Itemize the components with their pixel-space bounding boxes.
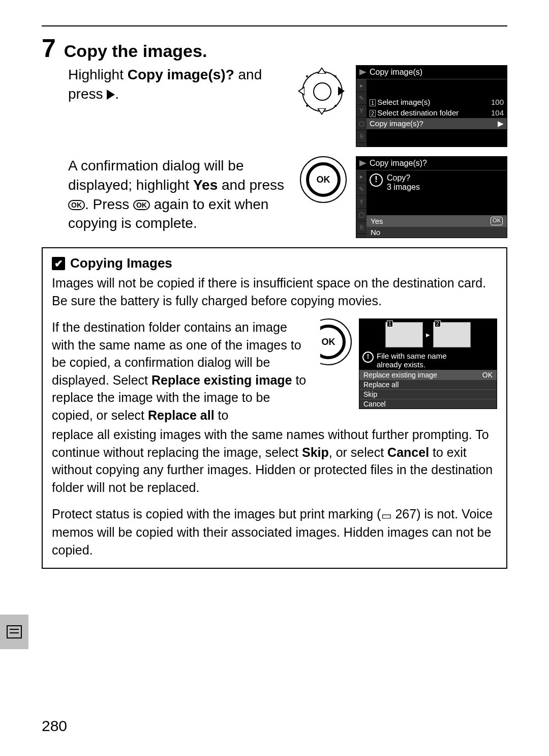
step-row-2: A confirmation dialog will be displayed;…	[68, 156, 507, 238]
manual-page: 7 Copy the images. Highlight Copy image(…	[0, 0, 549, 756]
t: and press	[218, 177, 284, 193]
lcd-option: Cancel	[359, 399, 497, 409]
ok-label: OK	[300, 175, 347, 185]
option-label: Yes	[371, 217, 383, 225]
lcd-option-yes: Yes OK	[367, 215, 507, 226]
note-p2-left: If the destination folder contains an im…	[52, 318, 313, 424]
ok-button-icon: OK	[300, 156, 347, 203]
step-text-2: A confirmation dialog will be displayed;…	[68, 156, 291, 233]
note-row-replace: If the destination folder contains an im…	[52, 318, 497, 424]
lcd-option: Skip	[359, 389, 497, 399]
row-label: Select destination folder	[377, 108, 459, 117]
t: . Press	[85, 196, 133, 212]
ok-glyph-icon: OK	[133, 200, 150, 210]
ok-tag: OK	[482, 371, 493, 379]
lcd-option-no: No	[367, 226, 507, 238]
note-p3: Protect status is copied with the images…	[52, 505, 497, 559]
t: .	[115, 86, 119, 102]
lcd-title: Copy image(s)?	[356, 157, 507, 170]
slot-badge: 1	[370, 99, 376, 106]
multi-selector-icon	[296, 65, 347, 117]
lcd-side-icons: ▸✎Y▢⎘	[356, 79, 367, 147]
t: Protect status is copied with the images…	[52, 507, 381, 521]
t: Highlight	[68, 67, 128, 82]
note-p2-cont: replace all existing images with the sam…	[52, 426, 497, 496]
ok-button-half-icon: OK	[320, 318, 352, 365]
t-bold: Copy image(s)?	[128, 67, 234, 82]
t-bold: Replace all	[148, 408, 215, 422]
option-label: Replace existing image	[363, 371, 437, 379]
t-bold: Skip	[302, 445, 329, 459]
section-tab-icon	[0, 615, 28, 649]
lcd-title: Copy image(s)	[356, 66, 507, 79]
thumb-src: 1	[385, 322, 423, 347]
thumb-row: 1 ▸ 2	[359, 319, 497, 351]
row-label: Copy image(s)?	[370, 119, 423, 128]
ok-label: OK	[320, 337, 352, 347]
lcd-replace-dialog: 1 ▸ 2 ! File with same name already exis…	[359, 318, 497, 409]
page-number: 280	[42, 717, 67, 735]
lcd-confirm-copy: Copy image(s)? ▸✎Y▢⎘ ! Copy? 3 images	[356, 156, 507, 238]
slot-badge: 2	[435, 321, 441, 327]
t-bold: Yes	[193, 177, 218, 193]
warning-icon: !	[362, 352, 374, 363]
lcd-title-text: Copy image(s)?	[370, 159, 427, 168]
arrow-icon: ▸	[426, 330, 430, 339]
option-label: Cancel	[363, 400, 386, 408]
step-title: Copy the images.	[64, 41, 207, 61]
lcd-prompt: ! Copy? 3 images	[367, 170, 507, 195]
step-text-1: Highlight Copy image(s)? and press .	[68, 65, 287, 104]
t: to	[215, 408, 229, 422]
playback-icon	[359, 69, 367, 75]
check-icon: ✔	[52, 257, 65, 270]
row-label: Select image(s)	[377, 98, 430, 106]
page-ref: 267	[392, 507, 417, 521]
row-value: 104	[491, 108, 504, 117]
lcd-option: Replace all	[359, 380, 497, 389]
ok-tag: OK	[491, 217, 503, 225]
right-arrow-icon	[107, 90, 115, 100]
playback-icon	[359, 160, 367, 166]
prompt-line: Copy?	[387, 173, 420, 183]
lcd-title-text: Copy image(s)	[370, 68, 422, 77]
msg-line: already exists.	[377, 360, 447, 369]
option-label: Skip	[363, 390, 377, 398]
step-heading: 7 Copy the images.	[42, 36, 507, 61]
page-ref-icon: ▭	[381, 508, 392, 524]
lcd-side-icons: ▸✎Y▢⎘	[356, 170, 367, 238]
note-heading-text: Copying Images	[70, 255, 172, 271]
step-row-1: Highlight Copy image(s)? and press . Cop…	[68, 65, 507, 147]
note-p1: Images will not be copied if there is in…	[52, 274, 497, 309]
lcd-copy-menu: Copy image(s) ▸✎Y▢⎘ 1Select image(s) 100…	[356, 65, 507, 147]
t-bold: Replace existing image	[151, 373, 292, 387]
note-heading: ✔ Copying Images	[52, 255, 497, 271]
lcd-message: ! File with same name already exists.	[359, 351, 497, 370]
thumb-dst: 2	[433, 322, 471, 347]
option-label: Replace all	[363, 381, 399, 389]
lcd-row: 2Select destination folder 104	[367, 107, 507, 118]
warning-icon: !	[370, 173, 383, 187]
option-label: No	[371, 228, 380, 237]
row-value: 100	[491, 98, 504, 106]
msg-line: File with same name	[377, 352, 447, 360]
lcd-row: 1Select image(s) 100	[367, 97, 507, 107]
t-bold: Cancel	[387, 445, 429, 459]
lcd-row-highlighted: Copy image(s)? ▶	[367, 118, 507, 129]
slot-badge: 2	[370, 110, 376, 117]
top-rule	[42, 25, 507, 26]
row-arrow-icon: ▶	[498, 119, 504, 128]
step-number: 7	[42, 36, 56, 61]
ok-glyph-icon: OK	[68, 200, 85, 210]
slot-badge: 1	[387, 321, 393, 327]
prompt-line: 3 images	[387, 183, 420, 192]
note-copying-images: ✔ Copying Images Images will not be copi…	[42, 247, 507, 569]
t: , or select	[329, 445, 387, 459]
lcd-option: Replace existing image OK	[359, 370, 497, 380]
